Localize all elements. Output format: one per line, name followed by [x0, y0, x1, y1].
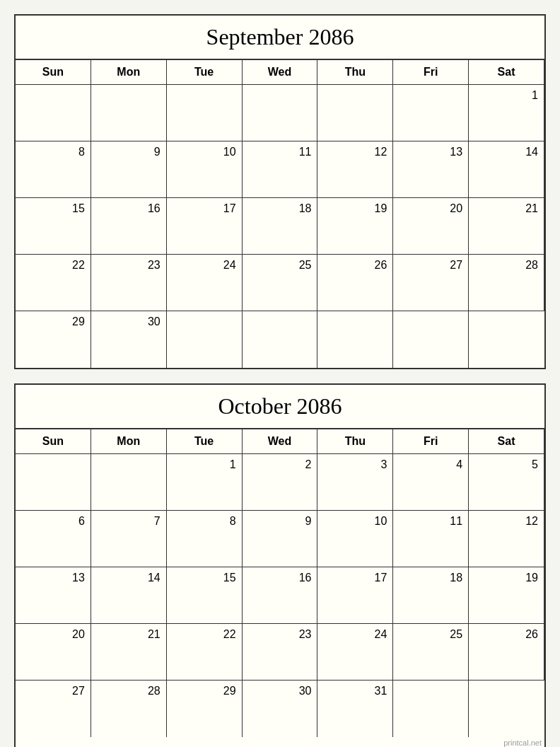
table-row[interactable]: 23: [243, 624, 318, 681]
table-row[interactable]: 3: [317, 454, 393, 511]
october-title: October 2086: [16, 385, 544, 429]
table-row[interactable]: 16: [91, 198, 167, 255]
table-row[interactable]: 29: [167, 681, 243, 737]
page-container: September 2086 Sun Mon Tue Wed Thu Fri S…: [14, 14, 546, 747]
september-title: September 2086: [16, 16, 544, 60]
header-thu: Thu: [317, 60, 393, 85]
table-row[interactable]: [243, 85, 318, 141]
table-row[interactable]: 25: [243, 255, 318, 311]
table-row[interactable]: [167, 85, 243, 141]
header-mon: Mon: [91, 60, 167, 85]
header-sun: Sun: [16, 429, 91, 454]
table-row[interactable]: 22: [16, 255, 91, 311]
table-row[interactable]: 10: [167, 141, 243, 198]
header-fri: Fri: [393, 429, 469, 454]
table-row[interactable]: 12: [317, 141, 393, 198]
table-row[interactable]: 26: [317, 255, 393, 311]
table-row[interactable]: 13: [393, 141, 469, 198]
header-tue: Tue: [167, 60, 243, 85]
table-row[interactable]: 28: [91, 681, 167, 737]
table-row[interactable]: 13: [16, 567, 91, 624]
table-row[interactable]: 15: [16, 198, 91, 255]
table-row[interactable]: 24: [317, 624, 393, 681]
header-mon: Mon: [91, 429, 167, 454]
table-row[interactable]: 12: [469, 511, 544, 567]
table-row[interactable]: 9: [91, 141, 167, 198]
table-row[interactable]: 1: [469, 85, 544, 141]
table-row[interactable]: 20: [16, 624, 91, 681]
table-row[interactable]: 11: [243, 141, 318, 198]
table-row[interactable]: [393, 681, 469, 737]
header-fri: Fri: [393, 60, 469, 85]
table-row[interactable]: 18: [243, 198, 318, 255]
table-row[interactable]: 14: [91, 567, 167, 624]
table-row[interactable]: 14: [469, 141, 544, 198]
table-row[interactable]: 8: [167, 511, 243, 567]
table-row[interactable]: [393, 85, 469, 141]
table-row[interactable]: 6: [16, 511, 91, 567]
watermark: printcal.net: [16, 737, 544, 747]
october-grid: Sun Mon Tue Wed Thu Fri Sat 1 2 3 4 5 6 …: [16, 429, 544, 737]
table-row[interactable]: 28: [469, 255, 544, 311]
header-sat: Sat: [469, 60, 544, 85]
table-row[interactable]: 31: [317, 681, 393, 737]
table-row[interactable]: 27: [393, 255, 469, 311]
header-wed: Wed: [243, 60, 318, 85]
table-row[interactable]: [91, 85, 167, 141]
table-row[interactable]: [393, 311, 469, 368]
table-row[interactable]: 5: [469, 454, 544, 511]
table-row[interactable]: 22: [167, 624, 243, 681]
table-row[interactable]: [317, 85, 393, 141]
september-grid: Sun Mon Tue Wed Thu Fri Sat 1 8 9 10 11 …: [16, 60, 544, 368]
table-row[interactable]: 30: [91, 311, 167, 368]
table-row[interactable]: 30: [243, 681, 318, 737]
table-row[interactable]: 4: [393, 454, 469, 511]
table-row[interactable]: 2: [243, 454, 318, 511]
september-calendar: September 2086 Sun Mon Tue Wed Thu Fri S…: [14, 14, 546, 369]
table-row[interactable]: 8: [16, 141, 91, 198]
table-row[interactable]: 24: [167, 255, 243, 311]
header-sat: Sat: [469, 429, 544, 454]
table-row[interactable]: 18: [393, 567, 469, 624]
table-row[interactable]: 19: [469, 567, 544, 624]
table-row[interactable]: [16, 85, 91, 141]
table-row[interactable]: 27: [16, 681, 91, 737]
table-row[interactable]: [243, 311, 318, 368]
header-wed: Wed: [243, 429, 318, 454]
table-row[interactable]: 11: [393, 511, 469, 567]
table-row[interactable]: 25: [393, 624, 469, 681]
header-tue: Tue: [167, 429, 243, 454]
table-row[interactable]: [469, 311, 544, 368]
header-sun: Sun: [16, 60, 91, 85]
table-row[interactable]: 29: [16, 311, 91, 368]
header-thu: Thu: [317, 429, 393, 454]
table-row[interactable]: 17: [167, 198, 243, 255]
table-row[interactable]: 17: [317, 567, 393, 624]
table-row[interactable]: 21: [469, 198, 544, 255]
table-row[interactable]: [167, 311, 243, 368]
table-row[interactable]: 7: [91, 511, 167, 567]
table-row[interactable]: 26: [469, 624, 544, 681]
table-row[interactable]: [16, 454, 91, 511]
table-row[interactable]: 16: [243, 567, 318, 624]
table-row[interactable]: 21: [91, 624, 167, 681]
table-row[interactable]: [469, 681, 544, 737]
table-row[interactable]: 20: [393, 198, 469, 255]
table-row[interactable]: [91, 454, 167, 511]
table-row[interactable]: 15: [167, 567, 243, 624]
table-row[interactable]: 9: [243, 511, 318, 567]
table-row[interactable]: 1: [167, 454, 243, 511]
october-calendar: October 2086 Sun Mon Tue Wed Thu Fri Sat…: [14, 383, 546, 747]
table-row[interactable]: 19: [317, 198, 393, 255]
table-row[interactable]: 10: [317, 511, 393, 567]
table-row[interactable]: 23: [91, 255, 167, 311]
table-row[interactable]: [317, 311, 393, 368]
